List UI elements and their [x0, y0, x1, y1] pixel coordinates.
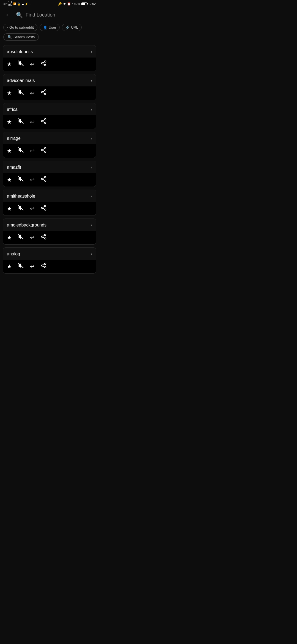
mute-icon[interactable]: [18, 60, 24, 68]
svg-point-14: [42, 120, 43, 122]
mute-icon[interactable]: [18, 205, 24, 212]
star-icon[interactable]: ★: [7, 119, 12, 125]
subreddit-actions: ★ ↩: [3, 202, 96, 215]
share-icon[interactable]: [41, 234, 47, 241]
reply-icon[interactable]: ↩: [30, 61, 35, 67]
chevron-right-icon: ›: [91, 78, 92, 83]
subreddit-name-row[interactable]: airrage ›: [3, 132, 96, 144]
svg-line-47: [43, 264, 45, 265]
go-to-subreddit-chip[interactable]: › Go to subreddit: [3, 24, 37, 31]
sim-icon: 📶: [13, 2, 16, 5]
misc-icons: ···: [29, 2, 31, 6]
mute-icon[interactable]: [18, 147, 24, 154]
status-right: 🔑 👁 ⏰ * 67% 12:02: [58, 2, 96, 6]
subreddit-actions: ★ ↩: [3, 115, 96, 129]
subreddit-name: absoluteunits: [7, 49, 33, 54]
network-speed: 1,1K/s: [8, 1, 12, 7]
back-button[interactable]: ←: [3, 10, 13, 20]
star-icon[interactable]: ★: [7, 205, 12, 212]
mute-icon[interactable]: [18, 234, 24, 241]
share-icon[interactable]: [41, 263, 47, 270]
reply-icon[interactable]: ↩: [30, 205, 35, 212]
mute-icon[interactable]: [18, 89, 24, 97]
share-icon[interactable]: [41, 205, 47, 212]
svg-point-2: [42, 62, 43, 64]
svg-line-16: [43, 121, 45, 122]
chevron-right-icon: ›: [91, 165, 92, 170]
key-icon: 🔑: [58, 2, 62, 6]
status-bar: 46° 1,1K/s 📶 🔒 ☁ ⚡ ··· 🔑 👁 ⏰ * 67% 12:02: [0, 0, 99, 8]
url-chip[interactable]: 🔗 URL: [62, 24, 82, 31]
chevron-right-icon: ›: [91, 223, 92, 228]
battery-percent: 67%: [74, 2, 80, 6]
reply-icon[interactable]: ↩: [30, 90, 35, 96]
svg-line-11: [43, 91, 45, 92]
star-icon[interactable]: ★: [7, 61, 12, 67]
subreddit-name: analog: [7, 252, 20, 256]
search-posts-chip[interactable]: 🔍 Search Posts: [3, 33, 39, 41]
subreddit-card: amoledbackgrounds › ★ ↩: [3, 219, 96, 245]
svg-point-44: [42, 265, 43, 266]
subreddit-name-row[interactable]: absoluteunits ›: [3, 45, 96, 58]
search-input-placeholder[interactable]: Find Location: [26, 12, 96, 18]
reply-icon[interactable]: ↩: [30, 176, 35, 183]
star-icon[interactable]: ★: [7, 148, 12, 154]
subreddit-name-row[interactable]: adviceanimals ›: [3, 74, 96, 86]
svg-line-28: [43, 179, 45, 180]
subreddit-chip-label: Go to subreddit: [9, 25, 34, 29]
svg-point-8: [42, 91, 43, 93]
eye-icon: 👁: [63, 2, 66, 6]
svg-point-21: [45, 151, 46, 153]
reply-icon[interactable]: ↩: [30, 234, 35, 241]
svg-line-29: [43, 178, 45, 179]
subreddit-name-row[interactable]: amitheasshole ›: [3, 190, 96, 202]
battery-icon: [81, 2, 87, 5]
star-icon[interactable]: ★: [7, 90, 12, 96]
reply-icon[interactable]: ↩: [30, 119, 35, 125]
svg-line-5: [43, 62, 45, 63]
reply-icon[interactable]: ↩: [30, 263, 35, 270]
share-icon[interactable]: [41, 89, 47, 97]
svg-point-15: [45, 122, 46, 124]
subreddit-actions: ★ ↩: [3, 86, 96, 100]
user-chip-label: User: [49, 25, 56, 29]
chevron-right-icon: ›: [91, 107, 92, 112]
subreddit-name-row[interactable]: amoledbackgrounds ›: [3, 219, 96, 231]
vpn-icon: 🔒: [17, 2, 20, 6]
mute-icon[interactable]: [18, 176, 24, 183]
subreddit-card: analog › ★ ↩: [3, 247, 96, 274]
search-posts-icon: 🔍: [7, 35, 12, 39]
bluetooth-icon: *: [72, 2, 73, 6]
time: 12:02: [88, 2, 96, 6]
svg-point-3: [45, 64, 46, 66]
share-icon[interactable]: [41, 147, 47, 154]
star-icon[interactable]: ★: [7, 176, 12, 183]
chevron-right-icon: ›: [91, 252, 92, 256]
svg-point-9: [45, 93, 46, 95]
subreddit-name: amazfit: [7, 165, 21, 170]
mute-icon[interactable]: [18, 263, 24, 270]
mute-icon[interactable]: [18, 118, 24, 125]
chevron-right-icon: ›: [91, 49, 92, 54]
signal-strength: 46°: [3, 2, 7, 6]
svg-point-39: [45, 238, 46, 239]
user-chip[interactable]: 👤 User: [40, 24, 60, 31]
subreddit-name-row[interactable]: analog ›: [3, 248, 96, 260]
share-icon[interactable]: [41, 176, 47, 183]
svg-line-41: [43, 235, 45, 236]
svg-line-22: [43, 150, 45, 151]
share-icon[interactable]: [41, 60, 47, 68]
star-icon[interactable]: ★: [7, 263, 12, 270]
star-icon[interactable]: ★: [7, 234, 12, 241]
reply-icon[interactable]: ↩: [30, 148, 35, 154]
subreddit-name-row[interactable]: africa ›: [3, 103, 96, 115]
subreddit-card: amazfit › ★ ↩: [3, 161, 96, 187]
subreddit-card: adviceanimals › ★ ↩: [3, 74, 96, 100]
svg-point-38: [42, 236, 43, 238]
svg-line-34: [43, 208, 45, 209]
subreddit-actions: ★ ↩: [3, 173, 96, 187]
back-arrow-icon: ←: [5, 11, 11, 18]
subreddit-list: absoluteunits › ★ ↩: [0, 43, 99, 276]
subreddit-name-row[interactable]: amazfit ›: [3, 161, 96, 173]
share-icon[interactable]: [41, 118, 47, 125]
